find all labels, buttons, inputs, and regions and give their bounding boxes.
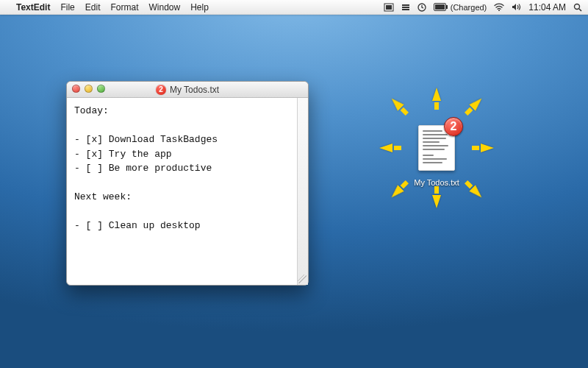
- svg-rect-4: [402, 9, 409, 10]
- doc-line: - [x] Try the app: [74, 149, 172, 160]
- menu-file[interactable]: File: [60, 2, 74, 13]
- window-title: My Todos.txt: [170, 85, 219, 95]
- volume-icon[interactable]: [512, 3, 521, 11]
- battery-status[interactable]: (Charged): [434, 3, 487, 12]
- time-machine-icon[interactable]: [417, 3, 426, 12]
- menu-extra-list-icon[interactable]: [401, 3, 410, 12]
- doc-line: Today:: [74, 105, 109, 116]
- window-titlebar[interactable]: 2 My Todos.txt: [67, 82, 308, 98]
- document-text-area[interactable]: Today: - [x] Download TaskBadges - [x] T…: [67, 98, 308, 285]
- svg-point-10: [575, 4, 580, 9]
- menu-window[interactable]: Window: [149, 2, 181, 13]
- svg-rect-1: [386, 5, 392, 10]
- title-badge-icon: 2: [156, 85, 166, 95]
- close-button[interactable]: [72, 85, 80, 93]
- doc-line: - [x] Download TaskBadges: [74, 134, 218, 145]
- doc-line: - [ ] Clean up desktop: [74, 220, 201, 231]
- svg-point-9: [498, 10, 500, 11]
- menu-extra-icon[interactable]: [384, 3, 394, 12]
- menu-edit[interactable]: Edit: [85, 2, 101, 13]
- menu-help[interactable]: Help: [190, 2, 209, 13]
- textedit-window[interactable]: 2 My Todos.txt Today: - [x] Download Tas…: [66, 81, 309, 286]
- doc-line: Next week:: [74, 191, 132, 202]
- resize-handle[interactable]: [298, 275, 306, 283]
- desktop[interactable]: TextEdit File Edit Format Window Help (C…: [0, 0, 588, 368]
- menubar-clock[interactable]: 11:04 AM: [528, 2, 566, 13]
- desktop-file-label: My Todos.txt: [401, 178, 472, 187]
- svg-rect-8: [435, 4, 445, 10]
- svg-line-11: [579, 9, 581, 11]
- zoom-button[interactable]: [97, 85, 105, 93]
- menubar: TextEdit File Edit Format Window Help (C…: [0, 0, 588, 15]
- desktop-file[interactable]: 2 My Todos.txt: [401, 125, 472, 187]
- svg-rect-3: [402, 7, 409, 8]
- file-badge-icon: 2: [444, 117, 463, 136]
- wifi-icon[interactable]: [494, 3, 504, 11]
- svg-rect-2: [402, 4, 409, 6]
- svg-rect-7: [446, 5, 448, 9]
- doc-line: - [ ] Be more productive: [74, 163, 212, 174]
- menu-format[interactable]: Format: [110, 2, 138, 13]
- minimize-button[interactable]: [85, 85, 93, 93]
- spotlight-icon[interactable]: [573, 3, 582, 12]
- battery-text: (Charged): [451, 3, 487, 12]
- app-menu[interactable]: TextEdit: [16, 2, 50, 13]
